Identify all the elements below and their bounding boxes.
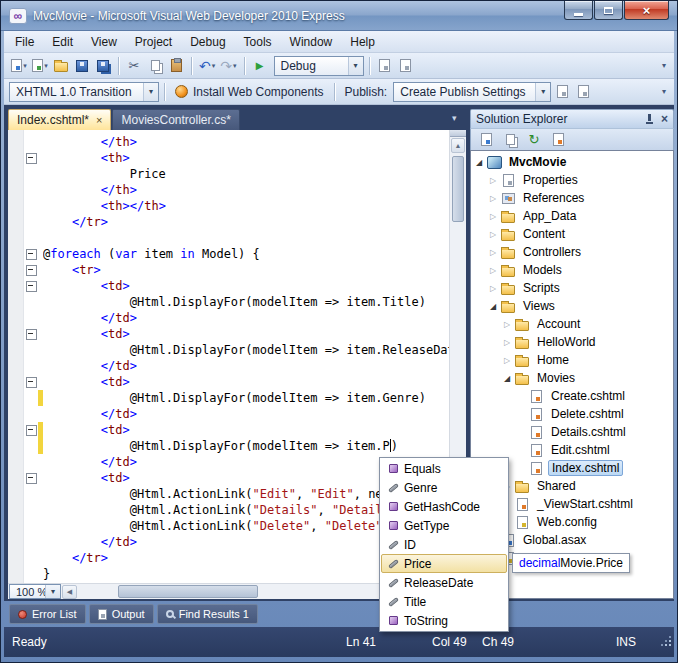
- code-line[interactable]: @Html.DisplayFor(modelItem => item.Genre…: [8, 390, 449, 406]
- scroll-left-icon[interactable]: ◀: [62, 585, 77, 599]
- zoom-combo[interactable]: 100 % ▾: [9, 584, 61, 599]
- panel-tab-find-results-1[interactable]: Find Results 1: [157, 604, 258, 624]
- document-list-dropdown-icon[interactable]: ▾: [452, 113, 457, 123]
- tree-item-references[interactable]: ▷References: [471, 189, 673, 207]
- fold-toggle-icon[interactable]: [24, 246, 38, 262]
- redo-icon[interactable]: ↷▾: [218, 56, 238, 76]
- install-web-components-button[interactable]: Install Web Components: [170, 83, 329, 101]
- tree-item-details-cshtml[interactable]: Details.cshtml: [471, 423, 673, 441]
- tree-item-movies[interactable]: ◢Movies: [471, 369, 673, 387]
- expanded-arrow-icon[interactable]: ◢: [487, 302, 499, 311]
- code-line[interactable]: <td>: [8, 422, 449, 438]
- view-code-icon[interactable]: [548, 130, 568, 150]
- breakpoint-margin[interactable]: [8, 150, 24, 166]
- breakpoint-margin[interactable]: [8, 230, 24, 246]
- menu-item-help[interactable]: Help: [341, 31, 384, 53]
- tree-item-views[interactable]: ◢Views: [471, 297, 673, 315]
- solution-explorer-header[interactable]: Solution Explorer ×: [470, 109, 674, 128]
- show-all-files-icon[interactable]: [500, 130, 520, 150]
- fold-toggle-icon[interactable]: [24, 470, 38, 486]
- breakpoint-margin[interactable]: [8, 374, 24, 390]
- tree-item-content[interactable]: ▷Content: [471, 225, 673, 243]
- web-icon[interactable]: [396, 56, 416, 76]
- fold-toggle-icon[interactable]: [24, 278, 38, 294]
- code-line[interactable]: </th>: [8, 134, 449, 150]
- save-icon[interactable]: [72, 56, 92, 76]
- code-line[interactable]: </td>: [8, 310, 449, 326]
- completion-item-tostring[interactable]: ToString: [381, 611, 507, 630]
- publish-combo[interactable]: Create Publish Settings ▾: [393, 82, 551, 102]
- breakpoint-margin[interactable]: [8, 310, 24, 326]
- panel-close-icon[interactable]: ×: [661, 113, 668, 125]
- code-line[interactable]: <td>: [8, 374, 449, 390]
- completion-item-title[interactable]: Title: [381, 592, 507, 611]
- tree-item-account[interactable]: ▷Account: [471, 315, 673, 333]
- completion-item-gethashcode[interactable]: GetHashCode: [381, 497, 507, 516]
- breakpoint-margin[interactable]: [8, 166, 24, 182]
- properties-icon[interactable]: [476, 130, 496, 150]
- breakpoint-margin[interactable]: [8, 182, 24, 198]
- breakpoint-margin[interactable]: [8, 438, 24, 454]
- tree-item-models[interactable]: ▷Models: [471, 261, 673, 279]
- completion-item-id[interactable]: ID: [381, 535, 507, 554]
- tree-item-delete-cshtml[interactable]: Delete.cshtml: [471, 405, 673, 423]
- fold-toggle-icon[interactable]: [24, 262, 38, 278]
- cut-icon[interactable]: ✂: [124, 56, 144, 76]
- breakpoint-margin[interactable]: [8, 454, 24, 470]
- code-line[interactable]: <th>: [8, 150, 449, 166]
- chevron-down-icon[interactable]: ▾: [143, 83, 158, 101]
- horizontal-scroll-thumb[interactable]: [118, 585, 258, 598]
- menu-item-window[interactable]: Window: [281, 31, 342, 53]
- pin-icon[interactable]: [644, 113, 655, 125]
- breakpoint-margin[interactable]: [8, 262, 24, 278]
- code-line[interactable]: <td>: [8, 278, 449, 294]
- close-button[interactable]: ×: [624, 1, 669, 20]
- code-line[interactable]: [8, 230, 449, 246]
- tab-close-icon[interactable]: ×: [96, 115, 102, 125]
- tree-item-app-data[interactable]: ▷App_Data: [471, 207, 673, 225]
- expanded-arrow-icon[interactable]: ◢: [473, 158, 485, 167]
- completion-item-equals[interactable]: Equals: [381, 459, 507, 478]
- collapsed-arrow-icon[interactable]: ▷: [501, 356, 513, 365]
- code-line[interactable]: @Html.DisplayFor(modelItem => item.Title…: [8, 294, 449, 310]
- collapsed-arrow-icon[interactable]: ▷: [501, 320, 513, 329]
- fold-toggle-icon[interactable]: [24, 150, 38, 166]
- breakpoint-margin[interactable]: [8, 246, 24, 262]
- menu-item-view[interactable]: View: [82, 31, 126, 53]
- breakpoint-margin[interactable]: [8, 550, 24, 566]
- copy-icon[interactable]: [145, 56, 165, 76]
- code-line[interactable]: Price: [8, 166, 449, 182]
- breakpoint-margin[interactable]: [8, 518, 24, 534]
- menu-item-file[interactable]: File: [6, 31, 43, 53]
- menu-item-edit[interactable]: Edit: [43, 31, 82, 53]
- debug-combo[interactable]: Debug▾: [274, 56, 364, 76]
- fold-toggle-icon[interactable]: [24, 422, 38, 438]
- title-bar[interactable]: ∞ MvcMovie - Microsoft Visual Web Develo…: [1, 1, 677, 31]
- menu-item-project[interactable]: Project: [126, 31, 181, 53]
- breakpoint-margin[interactable]: [8, 486, 24, 502]
- panel-tab-error-list[interactable]: Error List: [9, 604, 86, 624]
- tree-item-controllers[interactable]: ▷Controllers: [471, 243, 673, 261]
- code-line[interactable]: @foreach (var item in Model) {: [8, 246, 449, 262]
- code-line[interactable]: </tr>: [8, 214, 449, 230]
- tree-item-properties[interactable]: ▷Properties: [471, 171, 673, 189]
- completion-item-releasedate[interactable]: ReleaseDate: [381, 573, 507, 592]
- breakpoint-margin[interactable]: [8, 534, 24, 550]
- code-line[interactable]: <tr>: [8, 262, 449, 278]
- collapsed-arrow-icon[interactable]: ▷: [487, 230, 499, 239]
- resize-grip[interactable]: [660, 635, 672, 647]
- code-line[interactable]: <th></th>: [8, 198, 449, 214]
- undo-icon[interactable]: ↶▾: [197, 56, 217, 76]
- chevron-down-icon[interactable]: ▾: [348, 57, 363, 75]
- chevron-down-icon[interactable]: ▾: [535, 83, 550, 101]
- completion-item-gettype[interactable]: GetType: [381, 516, 507, 535]
- breakpoint-margin[interactable]: [8, 358, 24, 374]
- doctype-combo[interactable]: XHTML 1.0 Transition ▾: [9, 82, 159, 102]
- collapsed-arrow-icon[interactable]: ▷: [487, 248, 499, 257]
- breakpoint-margin[interactable]: [8, 566, 24, 582]
- code-line[interactable]: </td>: [8, 358, 449, 374]
- breakpoint-margin[interactable]: [8, 278, 24, 294]
- collapsed-arrow-icon[interactable]: ▷: [487, 212, 499, 221]
- menu-item-tools[interactable]: Tools: [235, 31, 281, 53]
- expanded-arrow-icon[interactable]: ◢: [501, 374, 513, 383]
